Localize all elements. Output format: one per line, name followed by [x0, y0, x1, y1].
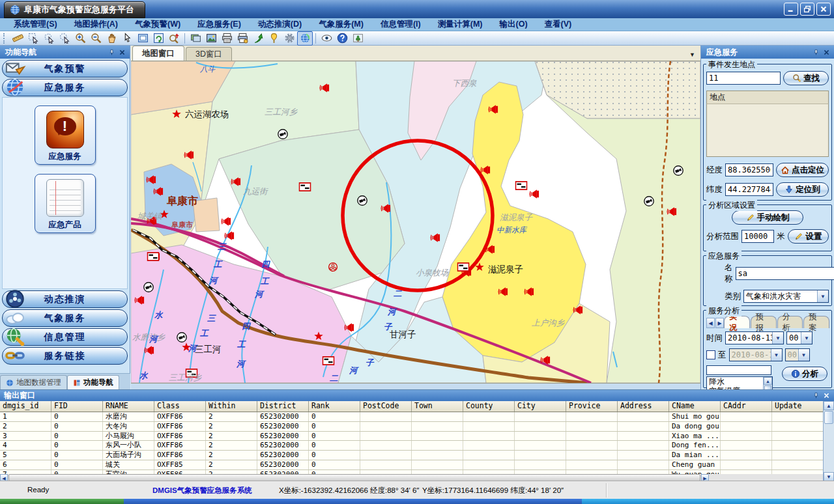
column-header[interactable]: RNAME	[103, 401, 154, 412]
map-tab-地图窗口[interactable]: 地图窗口	[132, 46, 184, 61]
lon-input[interactable]	[725, 163, 773, 176]
accordion-气象预警[interactable]: 气象预警	[2, 60, 128, 77]
to-checkbox[interactable]	[706, 350, 715, 359]
accordion-服务链接[interactable]: 服务链接	[2, 347, 128, 365]
table-row[interactable]: 30小马厩沟OXFF8626523020000Xiao ma ...	[0, 432, 824, 441]
shortcut-emergency-product[interactable]: 应急产品	[35, 174, 96, 233]
lat-input[interactable]	[725, 183, 773, 196]
output-pin-button[interactable]	[811, 391, 821, 400]
column-header[interactable]: District	[257, 401, 309, 412]
output-close-button[interactable]	[821, 391, 831, 400]
tool-place-marker-button[interactable]	[266, 31, 281, 46]
menu-weather-warning[interactable]: 气象预警(W)	[126, 18, 189, 31]
minimize-button[interactable]	[784, 3, 798, 16]
menu-information-management[interactable]: 信息管理(I)	[372, 18, 429, 31]
accordion-气象服务[interactable]: 气象服务	[2, 309, 128, 327]
manual-draw-button[interactable]: 手动绘制	[732, 210, 803, 225]
date-select[interactable]: 2010-08-13 ▼	[725, 331, 784, 344]
analysis-tab-预案[interactable]: 预案	[803, 316, 829, 328]
tool-pan-button[interactable]	[104, 31, 119, 46]
accordion-应急服务[interactable]: 应急服务	[2, 79, 128, 96]
menu-system-management[interactable]: 系统管理(S)	[5, 18, 66, 31]
event-location-input[interactable]	[706, 72, 781, 85]
analyze-button[interactable]: 分析	[782, 367, 827, 381]
map-tab-dropdown[interactable]: ▼	[689, 51, 695, 58]
close-button[interactable]	[816, 3, 831, 16]
tab-scroll-right[interactable]: ▶	[715, 318, 724, 328]
dropdown-arrow-icon[interactable]: ▼	[817, 290, 828, 302]
column-header[interactable]: Address	[618, 401, 669, 412]
tool-refresh-button[interactable]	[151, 31, 166, 46]
table-row[interactable]: 20大冬沟OXFF8626523020000Da dong gou	[0, 422, 824, 432]
tool-measure-button[interactable]	[10, 31, 25, 46]
column-header[interactable]: Town	[412, 401, 463, 412]
map-tab-3D窗口[interactable]: 3D窗口	[186, 47, 232, 61]
tool-settings-gear-button[interactable]	[281, 31, 297, 46]
dropdown-arrow-icon[interactable]: ▼	[772, 332, 783, 344]
restore-button[interactable]	[800, 3, 814, 16]
column-header[interactable]: Update	[772, 401, 824, 412]
find-button[interactable]: 查找	[783, 71, 829, 85]
right-close-button[interactable]	[821, 48, 831, 57]
service-type-select[interactable]: 气象和洪水灾害 ▼	[743, 290, 829, 303]
menu-map-operation[interactable]: 地图操作(A)	[66, 18, 126, 31]
menu-weather-service[interactable]: 气象服务(M)	[310, 18, 372, 31]
column-header[interactable]: FID	[51, 401, 103, 412]
output-table[interactable]: dmgis_idFIDRNAMEClassWithinDistrictRankP…	[0, 401, 824, 474]
dropdown-arrow-icon[interactable]: ▼	[801, 332, 812, 344]
tool-globe-service-button[interactable]	[297, 31, 313, 46]
range-input[interactable]	[741, 230, 774, 243]
hour-select[interactable]: 00 ▼	[786, 331, 812, 344]
menu-measure-calculate[interactable]: 测量计算(M)	[429, 18, 491, 31]
menu-view[interactable]: 查看(V)	[536, 18, 581, 31]
tool-print-preview-button[interactable]	[235, 31, 250, 46]
right-pin-button[interactable]	[811, 48, 821, 57]
column-header[interactable]: City	[515, 401, 566, 412]
column-header[interactable]: Class	[154, 401, 206, 412]
tool-export-image-button[interactable]	[203, 31, 219, 46]
column-header[interactable]: CAddr	[721, 401, 772, 412]
tool-print-button[interactable]	[219, 31, 235, 46]
table-row[interactable]: 10水磨沟OXFF8626523020000Shui mo gou	[0, 412, 824, 422]
tool-select-feature-button[interactable]	[57, 31, 72, 46]
locate-to-button[interactable]: 定位到	[776, 182, 829, 197]
tool-identify-button[interactable]	[166, 31, 182, 46]
tool-zoom-out-button[interactable]	[88, 31, 104, 46]
vscroll-thumb[interactable]	[824, 411, 833, 424]
left-tab-地图数据管理[interactable]: 地图数据管理	[0, 375, 67, 389]
list-item[interactable]: 降水	[707, 377, 772, 386]
tool-visibility-eye-button[interactable]	[319, 31, 334, 46]
tool-zoom-in-button[interactable]	[72, 31, 88, 46]
location-list[interactable]	[706, 104, 829, 157]
menu-emergency-service[interactable]: 应急服务(E)	[189, 18, 250, 31]
table-row[interactable]: 40东风一小队OXFF8626523020000Dong fen...	[0, 441, 824, 451]
analysis-tab-预报[interactable]: 预报	[751, 316, 777, 328]
column-header[interactable]: CName	[669, 401, 721, 412]
menu-dynamic-simulation[interactable]: 动态推演(D)	[250, 18, 310, 31]
scroll-up-icon[interactable]: ▲	[824, 401, 834, 410]
left-pin-button[interactable]	[106, 48, 117, 57]
column-header[interactable]: Within	[206, 401, 257, 412]
element-input[interactable]	[706, 365, 771, 375]
tool-pointer-button[interactable]	[119, 31, 135, 46]
table-row[interactable]: 50大面场子沟OXFF8626523020000Da mian ...	[0, 451, 824, 460]
left-close-button[interactable]	[117, 48, 127, 57]
click-locate-button[interactable]: 点击定位	[776, 163, 829, 177]
menu-output[interactable]: 输出(O)	[491, 18, 536, 31]
tool-select-polygon-button[interactable]	[41, 31, 57, 46]
analysis-tab-分析[interactable]: 分析	[777, 316, 803, 328]
toolbar-grip[interactable]	[3, 33, 8, 44]
set-range-button[interactable]: 设置	[788, 229, 829, 244]
tool-snap-arrow-button[interactable]	[250, 31, 266, 46]
column-header[interactable]: Provice	[566, 401, 618, 412]
tool-scene-tree-button[interactable]	[350, 31, 366, 46]
column-header[interactable]: County	[463, 401, 515, 412]
scroll-up-icon[interactable]: ▲	[764, 377, 772, 385]
output-vscrollbar[interactable]: ▲ ▼	[823, 401, 834, 481]
column-header[interactable]: PostCode	[360, 401, 412, 412]
tool-full-extent-button[interactable]	[135, 31, 151, 46]
accordion-信息管理[interactable]: 信息管理	[2, 328, 128, 346]
tool-select-rect-button[interactable]	[25, 31, 41, 46]
tool-layers-button[interactable]	[188, 31, 203, 46]
column-header[interactable]: dmgis_id	[0, 401, 51, 412]
